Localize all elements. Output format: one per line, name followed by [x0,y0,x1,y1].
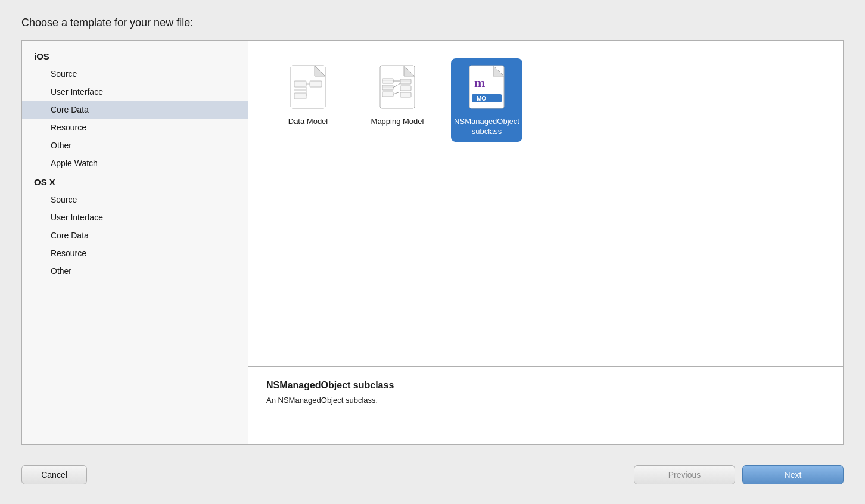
sidebar-section-os-x: OS X [22,172,248,191]
next-button[interactable]: Next [742,465,844,484]
sidebar-item-ios-applewatch[interactable]: Apple Watch [22,154,248,172]
sidebar-item-ios-coredata[interactable]: Core Data [22,101,248,119]
svg-rect-14 [382,92,393,97]
cancel-button[interactable]: Cancel [21,465,87,484]
main-panel: iOSSourceUser InterfaceCore DataResource… [21,40,844,445]
template-label-data-model: Data Model [288,117,328,127]
template-label-nsmanagedobject: NSManagedObject subclass [454,117,519,137]
svg-rect-21 [400,92,411,97]
page-title: Choose a template for your new file: [21,17,193,29]
template-item-mapping-model[interactable]: Mapping Model [362,58,433,142]
template-item-data-model[interactable]: Data Model [272,58,344,142]
template-icon-mapping-model [376,63,419,111]
previous-button[interactable]: Previous [634,465,735,484]
sidebar-item-ios-resource[interactable]: Resource [22,119,248,136]
sidebar-item-osx-coredata[interactable]: Core Data [22,226,248,244]
svg-rect-2 [294,81,306,87]
sidebar-item-ios-ui[interactable]: User Interface [22,83,248,101]
svg-rect-4 [310,81,322,87]
description-title: NSManagedObject subclass [266,380,825,391]
svg-text:m: m [474,75,485,90]
svg-rect-18 [400,79,411,84]
sidebar: iOSSourceUser InterfaceCore DataResource… [22,41,248,444]
template-label-mapping-model: Mapping Model [371,117,424,127]
template-icon-data-model [287,63,329,111]
template-item-nsmanagedobject[interactable]: m MO NSManagedObject subclass [451,58,522,142]
content-area: Data Model Mapping Model m MO NSManagedO… [248,41,843,444]
svg-rect-12 [382,85,393,90]
sidebar-item-ios-source[interactable]: Source [22,65,248,83]
svg-rect-10 [382,79,393,83]
svg-rect-20 [400,86,411,91]
description-area: NSManagedObject subclass An NSManagedObj… [248,367,843,444]
sidebar-item-ios-other[interactable]: Other [22,136,248,154]
sidebar-item-osx-other[interactable]: Other [22,262,248,280]
description-text: An NSManagedObject subclass. [266,396,825,405]
footer-right: Previous Next [634,465,844,484]
template-icon-nsmanagedobject: m MO [465,63,508,111]
sidebar-section-ios: iOS [22,46,248,65]
svg-text:MO: MO [477,95,486,102]
svg-rect-6 [294,93,306,99]
template-grid: Data Model Mapping Model m MO NSManagedO… [248,41,843,367]
sidebar-item-osx-resource[interactable]: Resource [22,244,248,262]
sidebar-item-osx-source[interactable]: Source [22,191,248,209]
sidebar-item-osx-ui[interactable]: User Interface [22,209,248,226]
footer: Cancel Previous Next [21,445,844,493]
